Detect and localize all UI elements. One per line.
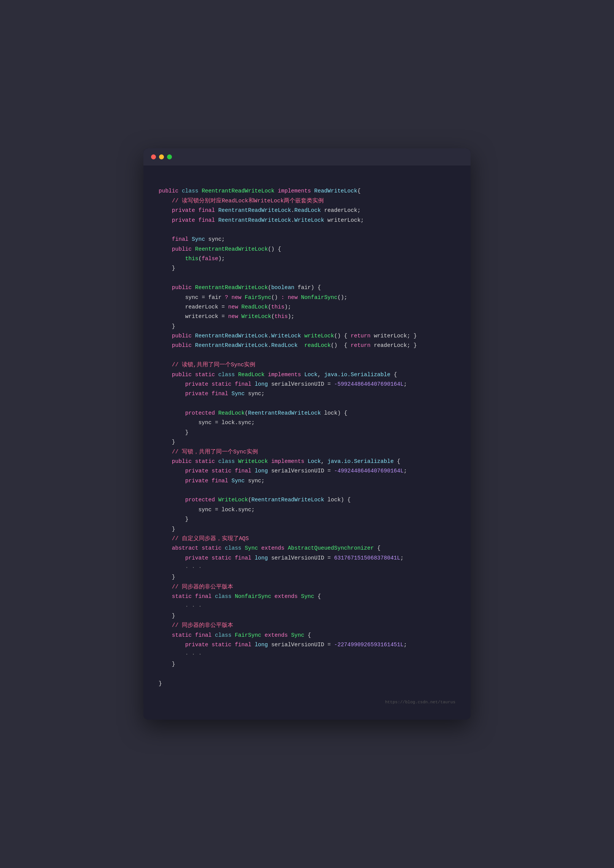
code-line: writerLock = new WriteLock(this); [159, 312, 455, 321]
code-line: // 同步器的非公平版本 [159, 621, 455, 630]
code-line: public static class ReadLock implements … [159, 370, 455, 380]
code-window: public class ReentrantReadWriteLock impl… [143, 148, 471, 720]
code-line: public class ReentrantReadWriteLock impl… [159, 186, 455, 196]
code-line: } [159, 437, 455, 447]
code-line: private final Sync sync; [159, 389, 455, 399]
code-line: public ReentrantReadWriteLock(boolean fa… [159, 283, 455, 293]
code-line: private final Sync sync; [159, 476, 455, 486]
code-line: } [159, 525, 455, 534]
code-line [159, 399, 455, 409]
code-line: } [159, 515, 455, 524]
code-line: · · · [159, 602, 455, 611]
titlebar [143, 148, 471, 165]
code-line: static final class FairSync extends Sync… [159, 631, 455, 640]
close-dot[interactable] [151, 154, 156, 159]
code-line: // 同步器的非公平版本 [159, 582, 455, 592]
code-line [159, 273, 455, 283]
minimize-dot[interactable] [159, 154, 164, 159]
code-line: public ReentrantReadWriteLock() { [159, 245, 455, 254]
code-line: protected WriteLock(ReentrantReadWriteLo… [159, 495, 455, 505]
code-line: this(false); [159, 254, 455, 264]
code-line: public ReentrantReadWriteLock.ReadLock r… [159, 341, 455, 350]
code-line: } [159, 679, 455, 688]
code-line: // 写锁，共用了同一个Sync实例 [159, 447, 455, 457]
code-line [159, 669, 455, 679]
code-line: · · · [159, 563, 455, 572]
code-line: private final ReentrantReadWriteLock.Wri… [159, 216, 455, 225]
code-line: } [159, 264, 455, 273]
code-line [159, 351, 455, 360]
code-line: // 读锁,共用了同一个Sync实例 [159, 360, 455, 370]
code-line: } [159, 660, 455, 669]
code-line: readerLock = new ReadLock(this); [159, 302, 455, 312]
code-line: public ReentrantReadWriteLock.WriteLock … [159, 331, 455, 341]
maximize-dot[interactable] [167, 154, 172, 159]
code-line: // 自定义同步器，实现了AQS [159, 534, 455, 544]
code-line: · · · [159, 650, 455, 659]
code-line: private static final long serialVersionU… [159, 466, 455, 476]
code-line: } [159, 322, 455, 331]
footer-url: https://blog.csdn.net/taurus [143, 696, 471, 704]
code-line: private static final long serialVersionU… [159, 380, 455, 389]
code-line: public static class WriteLock implements… [159, 457, 455, 466]
code-line: sync = lock.sync; [159, 505, 455, 515]
code-line [159, 225, 455, 235]
code-line: abstract static class Sync extends Abstr… [159, 544, 455, 553]
code-line: // 读写锁分别对应ReadLock和WriteLock两个嵌套类实例 [159, 196, 455, 206]
code-block: public class ReentrantReadWriteLock impl… [143, 165, 471, 696]
code-line: final Sync sync; [159, 235, 455, 244]
code-line: private final ReentrantReadWriteLock.Rea… [159, 206, 455, 215]
code-line: protected ReadLock(ReentrantReadWriteLoc… [159, 409, 455, 418]
code-line: } [159, 572, 455, 582]
code-line: private static final long serialVersionU… [159, 553, 455, 563]
code-line: } [159, 611, 455, 621]
code-line: sync = lock.sync; [159, 418, 455, 428]
code-line: private static final long serialVersionU… [159, 640, 455, 650]
code-line [159, 177, 455, 186]
code-line: sync = fair ? new FairSync() : new Nonfa… [159, 293, 455, 302]
code-line: } [159, 428, 455, 437]
code-line [159, 486, 455, 495]
code-line: static final class NonfairSync extends S… [159, 592, 455, 601]
